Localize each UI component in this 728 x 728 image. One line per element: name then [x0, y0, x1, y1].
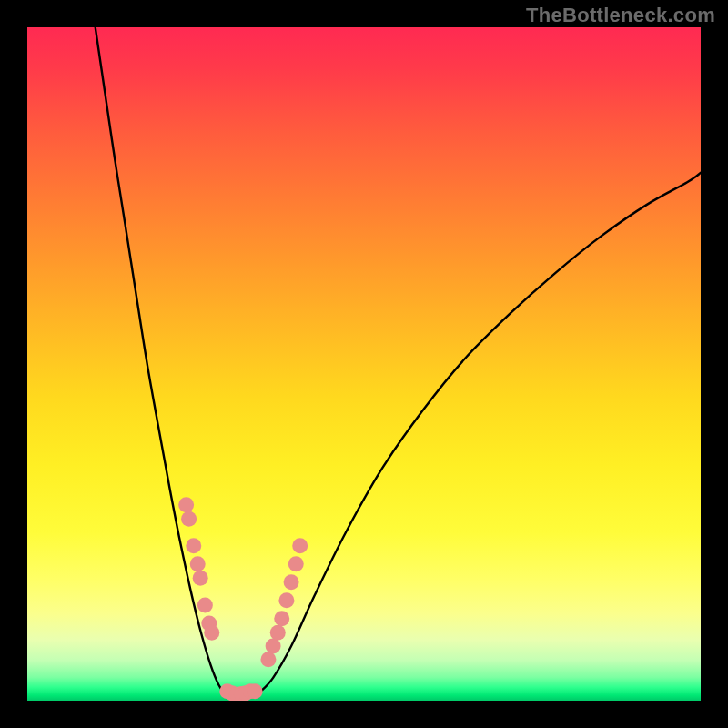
data-point — [190, 556, 206, 571]
bottleneck-curve — [96, 27, 701, 697]
watermark-text: TheBottleneck.com — [526, 4, 715, 27]
data-point — [270, 625, 286, 641]
chart-svg — [27, 27, 701, 701]
data-point — [260, 652, 276, 667]
data-point — [197, 597, 213, 612]
data-point — [266, 639, 281, 654]
points-layer — [178, 497, 308, 701]
curve-layer — [96, 27, 701, 697]
data-point — [274, 611, 289, 626]
data-point — [292, 538, 308, 553]
outer-frame: TheBottleneck.com — [0, 0, 728, 728]
data-point — [204, 625, 219, 641]
data-point — [248, 683, 263, 699]
data-point — [181, 511, 197, 527]
data-point — [288, 556, 304, 571]
data-point — [278, 592, 294, 608]
data-point — [186, 538, 201, 553]
plot-area — [27, 27, 701, 701]
data-point — [193, 571, 208, 586]
data-point — [284, 574, 299, 590]
data-point — [178, 497, 194, 512]
